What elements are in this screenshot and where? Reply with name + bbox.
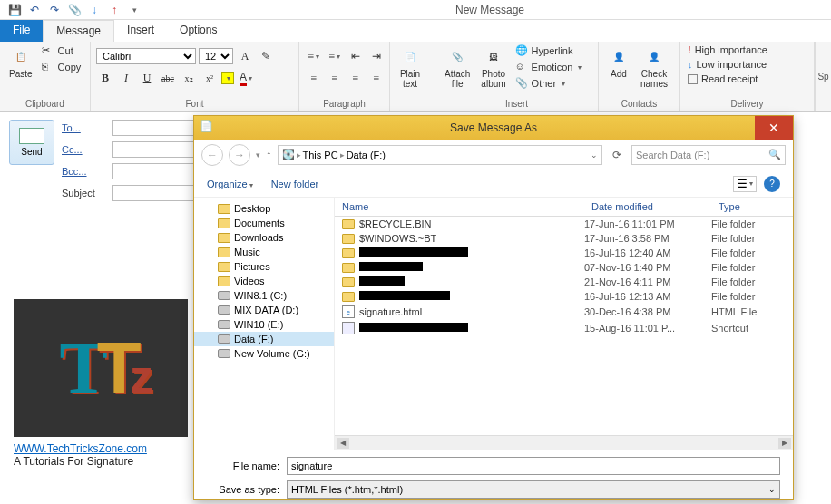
scroll-left-button[interactable]: ◀ (337, 438, 349, 449)
search-input[interactable]: Search Data (F:) 🔍 (631, 145, 786, 165)
grow-font-button[interactable]: A (236, 47, 254, 65)
tree-item[interactable]: Desktop (194, 201, 334, 216)
send-button[interactable]: Send (9, 120, 54, 165)
col-date[interactable]: Date modified (584, 198, 711, 216)
paste-button[interactable]: 📋 Paste (5, 44, 36, 81)
qat-customize-icon[interactable]: ▾ (127, 3, 142, 17)
add-contact-button[interactable]: 👤Add (604, 44, 633, 81)
tree-item[interactable]: Data (F:) (194, 332, 334, 346)
file-list: $RECYCLE.BIN17-Jun-16 11:01 PMFile folde… (335, 217, 793, 435)
save-icon[interactable]: 💾 (7, 3, 22, 17)
folder-icon (218, 247, 230, 257)
tree-item[interactable]: MIX DATA (D:) (194, 303, 334, 317)
emoticon-button[interactable]: ☺Emoticon (513, 60, 584, 74)
file-row[interactable]: $WINDOWS.~BT17-Jun-16 3:58 PMFile folder (335, 231, 793, 246)
folder-icon (342, 292, 355, 302)
col-name[interactable]: Name (335, 198, 584, 216)
bullets-button[interactable]: ≡ (305, 47, 323, 65)
photo-icon: 🖼 (483, 45, 504, 67)
organize-button[interactable]: Organize (207, 179, 253, 189)
help-button[interactable]: ? (764, 176, 780, 192)
check-names-button[interactable]: 👤Check names (637, 44, 671, 91)
shortcut-icon (342, 322, 355, 334)
forward-button[interactable]: → (229, 144, 250, 166)
photo-album-button[interactable]: 🖼Photo album (477, 44, 509, 91)
underline-button[interactable]: U (138, 69, 156, 87)
cc-button[interactable]: Cc... (62, 144, 107, 155)
tab-options[interactable]: Options (167, 20, 230, 42)
attach-file-button[interactable]: 📎Attach file (441, 44, 474, 91)
drive-icon (218, 305, 230, 315)
address-bar[interactable]: 💽 ▸ This PC ▸ Data (F:) ⌄ (278, 145, 603, 165)
font-size-select[interactable]: 12 (199, 48, 233, 64)
tab-file[interactable]: File (0, 20, 43, 42)
tree-item[interactable]: Pictures (194, 259, 334, 274)
hyperlink-button[interactable]: 🌐Hyperlink (513, 44, 584, 58)
recent-locations-icon[interactable]: ▾ (256, 150, 260, 160)
tree-item[interactable]: WIN8.1 (C:) (194, 288, 334, 303)
indent-button[interactable]: ⇥ (367, 47, 386, 65)
file-row[interactable]: 21-Nov-16 4:11 PMFile folder (335, 275, 793, 289)
group-contacts: Contacts (604, 99, 674, 110)
font-color-button[interactable]: A (237, 69, 255, 87)
scroll-right-button[interactable]: ▶ (778, 438, 791, 449)
tree-item[interactable]: Downloads (194, 230, 334, 245)
back-button[interactable]: ← (201, 144, 223, 166)
view-options-button[interactable]: ☰ (733, 176, 757, 192)
font-name-select[interactable]: Calibri (96, 48, 196, 64)
justify-button[interactable]: ≡ (367, 69, 386, 87)
file-row[interactable]: 16-Jul-16 12:40 AMFile folder (335, 246, 793, 260)
footer-link[interactable]: WWW.TechTricksZone.com (14, 442, 188, 455)
highlight-button[interactable] (221, 72, 234, 84)
tree-item[interactable]: WIN10 (E:) (194, 317, 334, 332)
read-receipt-checkbox[interactable]: Read receipt (686, 73, 769, 85)
format-painter-icon[interactable]: ✎ (257, 47, 275, 65)
file-row[interactable]: 16-Jul-16 12:13 AMFile folder (335, 289, 793, 304)
align-right-button[interactable]: ≡ (347, 69, 365, 87)
smiley-icon: ☺ (515, 61, 528, 73)
cut-button[interactable]: ✂Cut (40, 44, 83, 58)
low-importance-button[interactable]: ↓Low importance (686, 58, 769, 71)
attach-icon[interactable]: 📎 (67, 3, 82, 17)
priority-down-icon[interactable]: ↓ (87, 3, 102, 17)
window-title: New Message (149, 4, 831, 16)
superscript-button[interactable]: x² (200, 69, 219, 87)
numbering-button[interactable]: ≡ (326, 47, 344, 65)
plain-text-button[interactable]: 📄 Plain text (396, 44, 425, 91)
refresh-button[interactable]: ⟳ (608, 146, 626, 164)
col-type[interactable]: Type (711, 198, 793, 216)
bold-button[interactable]: B (96, 69, 114, 87)
copy-icon: ⎘ (42, 61, 54, 73)
file-row[interactable]: 15-Aug-16 11:01 P...Shortcut (335, 320, 793, 336)
align-center-button[interactable]: ≡ (326, 69, 344, 87)
priority-up-icon[interactable]: ↑ (107, 3, 122, 17)
italic-button[interactable]: I (117, 69, 135, 87)
tab-insert[interactable]: Insert (114, 20, 167, 42)
redo-icon[interactable]: ↷ (47, 3, 62, 17)
high-importance-button[interactable]: !High importance (686, 44, 769, 56)
file-row[interactable]: 07-Nov-16 1:40 PMFile folder (335, 260, 793, 275)
tree-item[interactable]: New Volume (G:) (194, 346, 334, 361)
subscript-button[interactable]: x₂ (180, 69, 198, 87)
tree-item[interactable]: Documents (194, 216, 334, 230)
undo-icon[interactable]: ↶ (27, 3, 42, 17)
file-row[interactable]: $RECYCLE.BIN17-Jun-16 11:01 PMFile folde… (335, 217, 793, 231)
strike-button[interactable]: abc (159, 69, 177, 87)
up-button[interactable]: ↑ (266, 148, 272, 161)
other-insert-button[interactable]: 📎Other (513, 76, 584, 91)
tree-item[interactable]: Music (194, 245, 334, 259)
copy-button[interactable]: ⎘Copy (40, 60, 83, 74)
savetype-select[interactable]: HTML Files (*.htm,*.html)⌄ (287, 480, 780, 499)
new-folder-button[interactable]: New folder (271, 179, 319, 189)
filename-input[interactable] (287, 457, 780, 475)
close-button[interactable]: ✕ (755, 116, 793, 140)
tree-item[interactable]: Videos (194, 274, 334, 288)
outdent-button[interactable]: ⇤ (347, 47, 365, 65)
to-button[interactable]: To... (62, 122, 107, 133)
file-row[interactable]: esignature.html30-Dec-16 4:38 PMHTML Fil… (335, 304, 793, 320)
align-left-button[interactable]: ≡ (305, 69, 323, 87)
filename-label: File name: (207, 460, 279, 471)
tab-message[interactable]: Message (43, 20, 114, 42)
bcc-button[interactable]: Bcc... (62, 166, 107, 177)
drive-icon (218, 291, 230, 300)
